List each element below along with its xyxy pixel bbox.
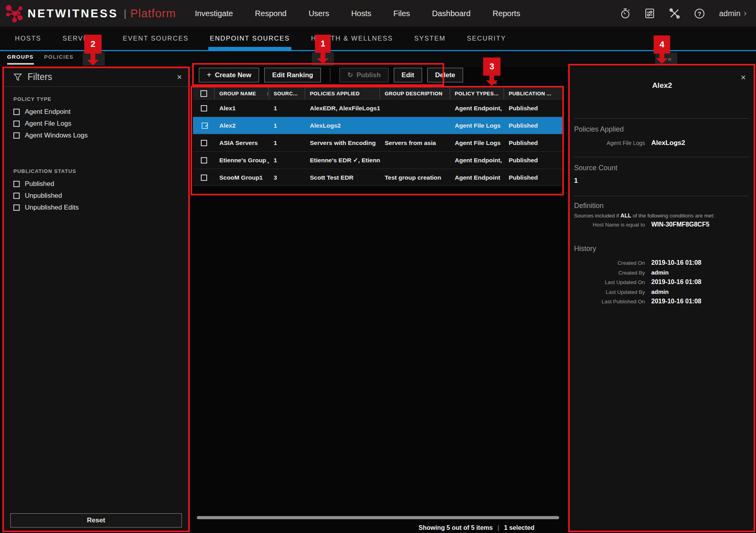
policy-name: AlexLogs2 xyxy=(651,139,749,147)
filters-panel: Filters × POLICY TYPE Agent Endpoint Age… xyxy=(3,68,189,531)
checkbox[interactable] xyxy=(13,109,20,115)
top-navbar: NETWITNESS | Platform Investigate Respon… xyxy=(0,0,756,27)
table-row[interactable]: Alex1 1 AlexEDR, AlexFileLogs1 Agent End… xyxy=(193,99,563,117)
preferences-icon[interactable] xyxy=(645,8,655,19)
col-sources[interactable]: SOURC... xyxy=(269,87,305,99)
sort-asc-icon: ↑ xyxy=(266,91,269,97)
filter-option-agent-file-logs[interactable]: Agent File Logs xyxy=(13,118,189,130)
brand[interactable]: NETWITNESS | Platform xyxy=(6,4,176,22)
col-policy-types[interactable]: POLICY TYPES... xyxy=(450,87,504,99)
collapse-panel-icon[interactable]: « xyxy=(668,55,671,63)
delete-button[interactable]: Delete xyxy=(427,68,463,82)
history-value: admin xyxy=(651,288,749,295)
group-details-panel: × Alex2 Policies Applied Agent File Logs… xyxy=(570,65,754,531)
table-row[interactable]: Etienne's Group ✦✦ 1 Etienne's EDR ✓, Et… xyxy=(193,151,563,169)
refresh-icon: ↻ xyxy=(347,71,353,79)
horizontal-scrollbar[interactable] xyxy=(197,516,559,519)
brand-product: Platform xyxy=(130,7,176,20)
reset-button[interactable]: Reset xyxy=(10,513,182,527)
annotation-arrow-head xyxy=(87,60,99,65)
history-value: 2019-10-16 01:08 xyxy=(651,259,749,266)
nav-users[interactable]: Users xyxy=(309,9,329,18)
subnav-endpoint-sources[interactable]: ENDPOINT SOURCES xyxy=(208,27,291,50)
subnav-hosts[interactable]: HOSTS xyxy=(13,27,43,50)
history-value: 2019-10-16 01:08 xyxy=(651,279,749,286)
create-new-button[interactable]: + Create New xyxy=(199,68,259,82)
filter-option-unpublished-edits[interactable]: Unpublished Edits xyxy=(13,202,189,214)
status-bar: Showing 5 out of 5 items | 1 selected xyxy=(419,524,534,532)
definition-section: Definition Sources included if ALL of th… xyxy=(574,202,749,228)
groups-policies-tabstrip: GROUPS POLICIES « xyxy=(0,52,756,67)
status-divider: | xyxy=(497,524,499,532)
tab-policies[interactable]: POLICIES xyxy=(44,54,74,63)
tab-groups[interactable]: GROUPS xyxy=(7,54,34,65)
col-group-description[interactable]: GROUP DESCRIPTION xyxy=(380,87,450,99)
netwitness-app: NETWITNESS | Platform Investigate Respon… xyxy=(0,0,756,533)
annotation-marker-4: 4 xyxy=(654,35,670,54)
tools-icon[interactable] xyxy=(669,8,680,19)
condition-value: WIN-30FMF8G8CF5 xyxy=(651,221,749,228)
brand-separator: | xyxy=(124,7,126,20)
checkbox[interactable] xyxy=(13,121,20,127)
edit-ranking-button[interactable]: Edit Ranking xyxy=(264,68,321,82)
primary-nav: Investigate Respond Users Hosts Files Da… xyxy=(195,9,520,18)
row-checkbox[interactable] xyxy=(201,105,207,111)
admin-subnav: HOSTS SERVICES EVENT SOURCES ENDPOINT SO… xyxy=(0,27,756,51)
table-row[interactable]: ASIA Servers 1 Servers with Encoding Ser… xyxy=(193,134,563,151)
annotation-marker-3: 3 xyxy=(483,58,500,76)
checkbox[interactable] xyxy=(13,204,20,211)
timer-icon[interactable] xyxy=(620,8,630,19)
history-value: 2019-10-16 01:08 xyxy=(651,298,749,305)
history-section: History Created On 2019-10-16 01:08 Crea… xyxy=(574,245,749,305)
annotation-marker-1: 1 xyxy=(315,35,331,53)
checkbox[interactable] xyxy=(13,181,20,187)
col-policies-applied[interactable]: POLICIES APPLIED xyxy=(305,87,380,99)
section-heading: PUBLICATION STATUS xyxy=(13,168,189,174)
top-right-icons: ? admin › xyxy=(620,8,756,19)
definition-rule-text: Sources included if ALL of the following… xyxy=(574,212,749,219)
subnav-security[interactable]: SECURITY xyxy=(465,27,508,50)
col-group-name[interactable]: GROUP NAME ↑ xyxy=(215,87,269,99)
checkbox[interactable] xyxy=(13,132,20,139)
col-publication[interactable]: PUBLICATION ... xyxy=(504,87,563,99)
close-icon[interactable]: × xyxy=(177,72,182,82)
nav-dashboard[interactable]: Dashboard xyxy=(432,9,471,18)
row-checkbox[interactable] xyxy=(201,175,207,181)
filter-option-agent-windows-logs[interactable]: Agent Windows Logs xyxy=(13,130,189,141)
table-row-selected[interactable]: ✓ Alex2 1 AlexLogs2 Agent File Logs Publ… xyxy=(193,117,563,134)
row-checkbox[interactable] xyxy=(201,140,207,146)
row-checkbox[interactable] xyxy=(201,157,207,163)
plus-icon: + xyxy=(207,71,211,80)
policy-type-label: Agent File Logs xyxy=(574,140,645,146)
annotation-arrow-head xyxy=(317,58,329,64)
user-name: admin xyxy=(719,9,740,18)
publish-button[interactable]: ↻ Publish xyxy=(339,68,389,82)
condition-label: Host Name is equal to xyxy=(574,222,645,228)
filter-option-unpublished[interactable]: Unpublished xyxy=(13,190,189,202)
checkbox[interactable] xyxy=(13,193,20,199)
table-row[interactable]: ScooM Group1 3 Scott Test EDR Test group… xyxy=(193,169,563,186)
filter-option-agent-endpoint[interactable]: Agent Endpoint xyxy=(13,106,189,118)
divider xyxy=(574,157,749,157)
select-all-checkbox[interactable] xyxy=(200,90,207,97)
filter-option-published[interactable]: Published xyxy=(13,178,189,190)
nav-respond[interactable]: Respond xyxy=(255,9,287,18)
divider xyxy=(574,118,749,119)
details-title: Alex2 xyxy=(570,81,754,90)
annotation-arrow xyxy=(660,54,664,58)
nav-files[interactable]: Files xyxy=(393,9,410,18)
brand-name: NETWITNESS xyxy=(28,7,118,20)
filters-header: Filters × xyxy=(3,68,189,87)
annotation-arrow-head xyxy=(656,58,668,64)
help-icon[interactable]: ? xyxy=(694,8,705,19)
nav-hosts[interactable]: Hosts xyxy=(351,9,371,18)
edit-button[interactable]: Edit xyxy=(394,68,422,82)
items-count: Showing 5 out of 5 items xyxy=(419,524,493,531)
user-menu[interactable]: admin › xyxy=(719,8,747,19)
subnav-event-sources[interactable]: EVENT SOURCES xyxy=(121,27,190,50)
toolbar-divider xyxy=(330,68,330,82)
subnav-system[interactable]: SYSTEM xyxy=(413,27,447,50)
nav-investigate[interactable]: Investigate xyxy=(195,9,233,18)
policy-type-section: POLICY TYPE Agent Endpoint Agent File Lo… xyxy=(3,96,189,214)
nav-reports[interactable]: Reports xyxy=(493,9,520,18)
